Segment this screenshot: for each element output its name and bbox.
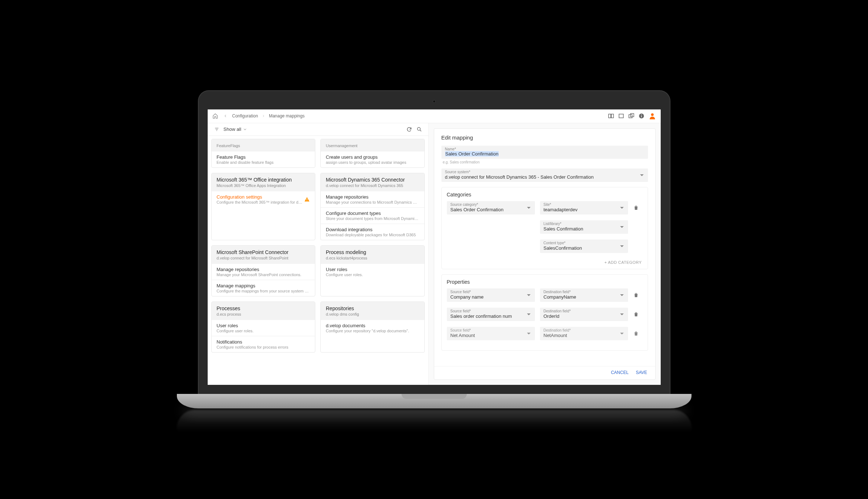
- source-field-0[interactable]: Source field* Company name: [447, 288, 535, 302]
- back-icon[interactable]: [222, 113, 229, 119]
- field-value: Sales Order Confirmation: [450, 207, 531, 212]
- item-user-roles-pm[interactable]: User roles Configure user roles.: [321, 264, 424, 280]
- refresh-icon[interactable]: [406, 126, 412, 133]
- item-configuration-settings[interactable]: Configuration settings Configure the Mic…: [212, 191, 315, 207]
- item-subtitle: Configure your repository "d.velop docum…: [326, 329, 419, 333]
- field-value: Sales Order Confirmation: [445, 151, 499, 157]
- layout-icon[interactable]: [608, 113, 614, 119]
- field-value: Sales Confirmation: [544, 226, 624, 232]
- card-title: Microsoft SharePoint Connector: [217, 249, 310, 255]
- card-subtitle: FeatureFlags: [217, 144, 310, 148]
- svg-rect-6: [641, 116, 642, 117]
- field-value: NetAmount: [544, 333, 624, 338]
- field-label: Name*: [445, 147, 644, 151]
- site-field[interactable]: Site* teamadapterdev: [540, 201, 628, 215]
- delete-property-button[interactable]: [633, 330, 643, 336]
- item-title: Manage mappings: [217, 283, 310, 288]
- item-download-integrations[interactable]: Download integrations Download deployabl…: [321, 224, 424, 240]
- item-subtitle: assign users to groups, upload avatar im…: [326, 160, 419, 165]
- svg-rect-10: [307, 199, 307, 200]
- user-avatar-icon[interactable]: [648, 112, 656, 120]
- content-type-field[interactable]: Content type* SalesConfirmation: [540, 240, 628, 253]
- destination-field-0[interactable]: Destination field* CompanyName: [540, 288, 628, 302]
- popout-icon[interactable]: [628, 113, 635, 119]
- window-icon[interactable]: [618, 113, 624, 119]
- list-library-field[interactable]: List/library* Sales Confirmation: [540, 220, 628, 234]
- breadcrumb-manage-mappings[interactable]: Manage mappings: [269, 113, 305, 118]
- field-label: Source category*: [450, 203, 531, 207]
- item-create-users[interactable]: Create users and groups assign users to …: [321, 151, 424, 167]
- card-usermanagement: Usermanagement Create users and groups a…: [320, 139, 425, 168]
- source-category-field[interactable]: Source category* Sales Order Confirmatio…: [447, 201, 535, 215]
- item-subtitle: Store your document types from Microsoft…: [326, 216, 419, 221]
- delete-property-button[interactable]: [633, 292, 643, 298]
- item-title: Manage repositories: [217, 267, 310, 272]
- item-title: Manage repositories: [326, 194, 419, 200]
- card-dynamics-365: Microsoft Dynamics 365 Connector d.velop…: [320, 173, 425, 240]
- breadcrumb-configuration[interactable]: Configuration: [232, 113, 258, 118]
- search-icon[interactable]: [416, 126, 423, 133]
- field-value: CompanyName: [544, 294, 624, 300]
- item-title: User roles: [326, 267, 419, 272]
- add-category-button[interactable]: + ADD CATEGORY: [447, 259, 643, 265]
- name-hint: e.g. Sales confirmation: [443, 160, 648, 164]
- field-value: Company name: [450, 294, 531, 300]
- card-title: Processes: [217, 305, 310, 311]
- name-field[interactable]: Name* Sales Order Confirmation: [441, 146, 648, 159]
- card-sharepoint: Microsoft SharePoint Connector d.velop c…: [211, 245, 316, 296]
- item-title: d.velop documents: [326, 323, 419, 328]
- field-label: Source system*: [445, 170, 644, 174]
- item-manage-repositories[interactable]: Manage repositories Manage your connecti…: [321, 191, 424, 207]
- filter-bar: Show all: [208, 123, 428, 136]
- categories-section: Categories Source category* Sales Order …: [441, 187, 648, 269]
- card-subtitle: Microsoft 365™ Office Apps Integration: [217, 183, 310, 188]
- field-label: Destination field*: [544, 290, 624, 294]
- item-subtitle: Configure user roles.: [217, 329, 310, 333]
- filter-dropdown[interactable]: Show all: [224, 126, 247, 132]
- item-subtitle: Configure notifications for process erro…: [217, 345, 310, 349]
- svg-rect-7: [641, 115, 642, 115]
- properties-section: Properties Source field* Company name De…: [441, 274, 648, 351]
- svg-rect-1: [611, 114, 613, 118]
- field-label: Source field*: [450, 328, 531, 332]
- section-title: Properties: [447, 279, 643, 285]
- delete-property-button[interactable]: [633, 311, 643, 317]
- item-manage-repositories-sp[interactable]: Manage repositories Manage your Microsof…: [212, 264, 315, 280]
- delete-category-button[interactable]: [633, 205, 643, 211]
- field-value: OrderId: [544, 313, 624, 319]
- item-title: Configure document types: [326, 211, 419, 216]
- card-processes: Processes d.ecs process User roles Confi…: [211, 302, 316, 353]
- warning-icon: [304, 196, 310, 202]
- item-configure-doc-types[interactable]: Configure document types Store your docu…: [321, 207, 424, 224]
- filter-icon[interactable]: [213, 126, 220, 133]
- item-feature-flags[interactable]: Feature Flags Enable and disable feature…: [212, 151, 315, 167]
- card-feature-flags: FeatureFlags Feature Flags Enable and di…: [211, 139, 316, 168]
- home-icon[interactable]: [212, 113, 219, 119]
- item-manage-mappings[interactable]: Manage mappings Configure the mappings f…: [212, 280, 315, 296]
- item-dvelop-documents[interactable]: d.velop documents Configure your reposit…: [321, 320, 424, 336]
- item-notifications[interactable]: Notifications Configure notifications fo…: [212, 336, 315, 352]
- breadcrumb: Configuration Manage mappings: [232, 113, 305, 118]
- card-title: Process modeling: [326, 249, 419, 255]
- source-field-1[interactable]: Source field* Sales order confirmation n…: [447, 308, 535, 321]
- info-icon[interactable]: [638, 113, 645, 119]
- destination-field-1[interactable]: Destination field* OrderId: [540, 308, 628, 321]
- destination-field-2[interactable]: Destination field* NetAmount: [540, 327, 628, 340]
- card-process-modeling: Process modeling d.ecs kickstart4process…: [320, 245, 425, 296]
- item-subtitle: Configure user roles.: [326, 273, 419, 277]
- field-value: teamadapterdev: [544, 207, 624, 212]
- card-m365-office: Microsoft 365™ Office integration Micros…: [211, 173, 316, 240]
- field-label: Destination field*: [544, 309, 624, 313]
- panel-title: Edit mapping: [441, 134, 648, 141]
- field-label: Source field*: [450, 309, 531, 313]
- card-title: Repositories: [326, 305, 419, 311]
- item-user-roles-proc[interactable]: User roles Configure user roles.: [212, 320, 315, 336]
- cancel-button[interactable]: CANCEL: [611, 370, 629, 375]
- chevron-down-icon: [243, 127, 247, 132]
- source-system-field[interactable]: Source system* d.velop connect for Micro…: [441, 169, 648, 182]
- card-title: Microsoft Dynamics 365 Connector: [326, 177, 419, 183]
- item-title: Configuration settings: [217, 194, 310, 200]
- source-field-2[interactable]: Source field* Net Amount: [447, 327, 535, 340]
- item-subtitle: Configure the Microsoft 365™ integration…: [217, 200, 310, 204]
- save-button[interactable]: SAVE: [636, 370, 647, 375]
